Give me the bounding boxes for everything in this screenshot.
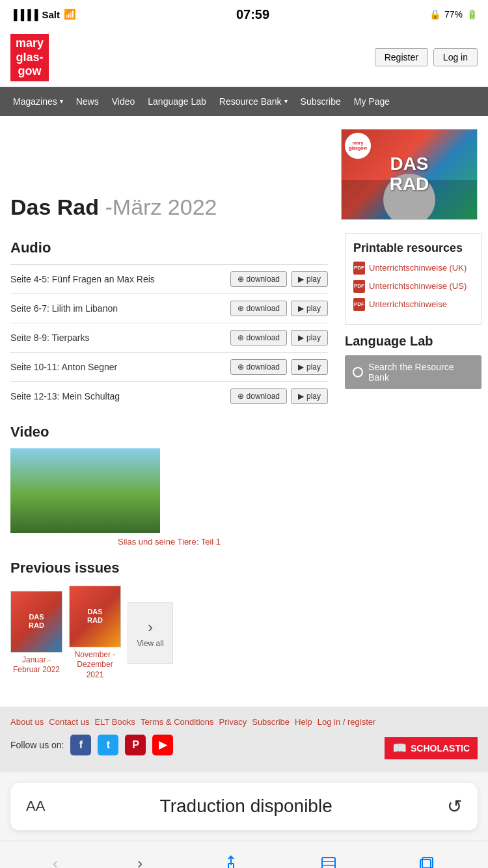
chevron-down-icon-2: ▾ (284, 98, 288, 105)
footer-link-help[interactable]: Help (295, 717, 312, 727)
issue-thumb-2[interactable]: DASRAD November - Dezember 2021 (69, 586, 121, 681)
play-button-3[interactable]: ▶ play (291, 330, 328, 346)
footer-link-privacy[interactable]: Privacy (219, 717, 247, 727)
bookmark-button[interactable] (319, 854, 338, 868)
play-button-1[interactable]: ▶ play (291, 271, 328, 287)
video-caption: Silas und seine Tiere: Teil 1 (10, 537, 328, 547)
audio-label-2: Seite 6-7: Lilith im Libanon (10, 303, 230, 314)
magazine-cover[interactable]: maryglasgow DASRAD (341, 129, 478, 220)
view-all-button[interactable]: › View all (128, 602, 173, 664)
nav-item-language-lab[interactable]: Language Lab (141, 87, 213, 116)
scholastic-logo: 📖 SCHOLASTIC (385, 737, 478, 759)
facebook-icon[interactable]: f (70, 735, 91, 755)
previous-issues-title: Previous issues (10, 560, 328, 576)
status-left: ▐▐▐▐ Salt 📶 (10, 8, 76, 20)
chevron-right-icon: › (148, 618, 153, 636)
nav-item-subscribe[interactable]: Subscribe (294, 87, 347, 116)
status-right: 🔒 77% 🔋 (429, 9, 478, 20)
footer-link-elt[interactable]: ELT Books (94, 717, 135, 727)
share-button[interactable] (222, 854, 240, 868)
resource-link-1[interactable]: PDF Unterrichtschinweise (UK) (353, 262, 473, 275)
login-button[interactable]: Log in (433, 48, 478, 66)
audio-label-3: Seite 8-9: Tierparks (10, 332, 230, 343)
cover-title: DASRAD (390, 154, 429, 195)
download-button-2[interactable]: ⊕ download (230, 301, 287, 316)
audio-buttons-2: ⊕ download ▶ play (230, 301, 328, 316)
footer-link-contact[interactable]: Contact us (49, 717, 89, 727)
audio-row: Seite 8-9: Tierparks ⊕ download ▶ play (10, 323, 328, 352)
nav-item-magazines[interactable]: Magazines ▾ (7, 87, 70, 116)
play-button-2[interactable]: ▶ play (291, 301, 328, 316)
logo[interactable]: maryglas-gow (10, 34, 49, 81)
download-button-3[interactable]: ⊕ download (230, 330, 287, 346)
forward-button[interactable]: › (137, 854, 142, 868)
download-button-4[interactable]: ⊕ download (230, 359, 287, 375)
hero-separator: - (99, 195, 113, 220)
language-lab-title: Language Lab (345, 334, 481, 349)
back-button[interactable]: ‹ (53, 854, 58, 868)
nav-item-resource-bank[interactable]: Resource Bank ▾ (213, 87, 294, 116)
audio-label-1: Seite 4-5: Fünf Fragen an Max Reis (10, 274, 230, 284)
audio-row: Seite 4-5: Fünf Fragen an Max Reis ⊕ dow… (10, 264, 328, 293)
play-button-4[interactable]: ▶ play (291, 359, 328, 375)
download-button-5[interactable]: ⊕ download (230, 388, 287, 404)
download-icon-5: ⊕ (237, 392, 244, 401)
youtube-icon[interactable]: ▶ (152, 735, 173, 755)
audio-buttons-3: ⊕ download ▶ play (230, 330, 328, 346)
book-icon: 📖 (392, 741, 407, 755)
issue-thumb-1[interactable]: DASRAD Januar - Februar 2022 (10, 591, 62, 675)
chevron-down-icon: ▾ (60, 98, 63, 105)
footer-link-about[interactable]: About us (10, 717, 44, 727)
footer: About us Contact us ELT Books Terms & Co… (0, 707, 488, 772)
pinterest-icon[interactable]: P (125, 735, 146, 755)
audio-label-5: Seite 12-13: Mein Schultag (10, 391, 230, 401)
hero-section: Das Rad - März 2022 maryglasgow DASRAD (0, 116, 488, 226)
printable-resources: Printable resources PDF Unterrichtschinw… (345, 233, 481, 325)
audio-row: Seite 6-7: Lilith im Libanon ⊕ download … (10, 293, 328, 323)
download-button-1[interactable]: ⊕ download (230, 271, 287, 287)
audio-row: Seite 12-13: Mein Schultag ⊕ download ▶ … (10, 381, 328, 411)
play-button-5[interactable]: ▶ play (291, 388, 328, 404)
footer-link-terms[interactable]: Terms & Conditions (141, 717, 214, 727)
search-resource-button[interactable]: Search the Resource Bank (345, 355, 481, 389)
resource-link-2[interactable]: PDF Unterrichtschinweise (US) (353, 280, 473, 293)
video-section: Video Silas und seine Tiere: Teil 1 (10, 424, 328, 547)
forward-icon: › (137, 854, 142, 868)
issue-cover-1: DASRAD (10, 591, 62, 653)
audio-buttons-5: ⊕ download ▶ play (230, 388, 328, 404)
nav-item-news[interactable]: News (70, 87, 105, 116)
video-thumbnail[interactable] (10, 448, 160, 533)
download-icon-3: ⊕ (237, 333, 244, 342)
footer-link-login[interactable]: Log in / register (318, 717, 376, 727)
wifi-icon: 📶 (64, 8, 76, 20)
nav-item-my-page[interactable]: My Page (347, 87, 396, 116)
resource-link-3[interactable]: PDF Unterrichtschinweise (353, 298, 473, 311)
tabs-button[interactable] (417, 854, 435, 868)
audio-title: Audio (10, 239, 328, 256)
search-icon (353, 367, 363, 377)
footer-social: Follow us on: f t P ▶ (10, 735, 173, 755)
lock-icon: 🔒 (429, 9, 441, 20)
signal-icon: ▐▐▐▐ (10, 9, 38, 20)
register-button[interactable]: Register (375, 48, 428, 66)
refresh-icon[interactable]: ↺ (447, 796, 462, 817)
back-icon: ‹ (53, 854, 58, 868)
pdf-icon-3: PDF (353, 298, 365, 311)
time-display: 07:59 (236, 7, 269, 22)
previous-issues-section: Previous issues DASRAD Januar - Februar … (10, 560, 328, 681)
svg-rect-2 (322, 858, 335, 868)
browser-bar: ‹ › (0, 841, 488, 868)
pdf-icon-1: PDF (353, 262, 365, 275)
main-content: Audio Seite 4-5: Fünf Fragen an Max Reis… (0, 226, 488, 687)
scholastic-text: SCHOLASTIC (411, 743, 470, 753)
download-icon-4: ⊕ (237, 362, 244, 372)
nav-bar: Magazines ▾ News Video Language Lab Reso… (0, 87, 488, 116)
footer-link-subscribe[interactable]: Subscribe (252, 717, 290, 727)
video-title: Video (10, 424, 328, 441)
twitter-icon[interactable]: t (98, 735, 118, 755)
translation-text: Traduction disponible (160, 796, 332, 817)
status-bar: ▐▐▐▐ Salt 📶 07:59 🔒 77% 🔋 (0, 0, 488, 29)
text-size-label[interactable]: AA (26, 798, 45, 815)
logo-text: maryglas-gow (10, 34, 49, 81)
nav-item-video[interactable]: Video (105, 87, 142, 116)
